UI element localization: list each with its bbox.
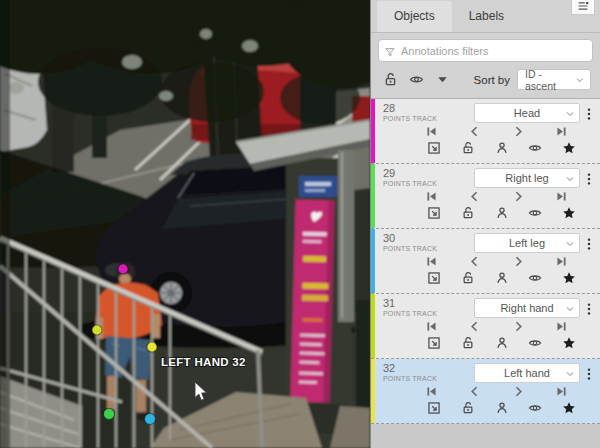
hidden-toggle[interactable] [528,401,542,415]
skip-start-icon [425,190,438,203]
first-keyframe-button[interactable] [425,255,438,268]
last-keyframe-button[interactable] [555,385,568,398]
last-keyframe-button[interactable] [555,125,568,138]
hidden-toggle[interactable] [528,271,542,285]
outside-toggle[interactable] [427,336,441,350]
chevron-left-icon [468,385,481,398]
last-keyframe-button[interactable] [555,190,568,203]
occluded-toggle[interactable] [495,141,509,155]
first-keyframe-button[interactable] [425,190,438,203]
keypoint-head[interactable] [118,264,128,274]
hidden-toggle[interactable] [528,206,542,220]
outside-toggle[interactable] [427,271,441,285]
object-label-select[interactable]: Right hand [474,298,580,318]
lock-toggle[interactable] [461,141,475,155]
outside-toggle[interactable] [427,401,441,415]
object-card-30[interactable]: 30 POINTS TRACK Left leg [371,229,600,294]
annotation-canvas[interactable]: LEFT HAND 32 [0,0,370,448]
first-keyframe-button[interactable] [425,320,438,333]
lock-toggle[interactable] [461,401,475,415]
skip-start-icon [425,385,438,398]
first-keyframe-button[interactable] [425,385,438,398]
object-card-31[interactable]: 31 POINTS TRACK Right hand [371,294,600,359]
sort-select[interactable]: ID - ascent [517,69,591,90]
keypoint-left-leg[interactable] [145,414,156,425]
object-type: POINTS TRACK [383,245,437,252]
keypoint-right-leg[interactable] [104,409,115,420]
chevron-down-icon [564,303,576,315]
outside-toggle[interactable] [427,206,441,220]
lock-toggle[interactable] [461,206,475,220]
next-keyframe-button[interactable] [512,320,525,333]
object-actions-menu[interactable] [581,233,597,255]
list-empty-space [371,424,600,448]
last-keyframe-button[interactable] [555,255,568,268]
next-keyframe-button[interactable] [512,190,525,203]
occluded-toggle[interactable] [495,401,509,415]
object-card-28[interactable]: 28 POINTS TRACK Head [371,99,600,164]
keypoint-right-hand[interactable] [92,325,102,335]
object-id: 32 [383,363,437,375]
object-label-select[interactable]: Left leg [474,233,580,253]
previous-keyframe-button[interactable] [468,385,481,398]
object-actions-menu[interactable] [581,298,597,320]
kebab-menu-icon [582,301,596,317]
object-card-29[interactable]: 29 POINTS TRACK Right leg [371,164,600,229]
keyframe-toggle[interactable] [562,206,576,220]
keypoint-left-hand[interactable] [147,342,157,352]
hide-all-eye-icon[interactable] [409,72,424,87]
object-type: POINTS TRACK [383,375,437,382]
keyframe-toggle[interactable] [562,141,576,155]
tab-objects[interactable]: Objects [377,1,452,32]
object-actions-menu[interactable] [581,103,597,125]
occluded-toggle[interactable] [495,271,509,285]
object-type: POINTS TRACK [383,115,437,122]
tab-labels[interactable]: Labels [452,1,521,32]
occluded-toggle[interactable] [495,206,509,220]
lock-toggle[interactable] [461,336,475,350]
object-label-value: Left leg [509,237,545,249]
filter-funnel-icon [384,46,396,58]
keyframe-toggle[interactable] [562,271,576,285]
keyframe-toggle[interactable] [562,336,576,350]
object-actions-menu[interactable] [581,363,597,385]
object-id: 28 [383,103,437,115]
chevron-down-icon [564,238,576,250]
chevron-right-icon [512,255,525,268]
unlock-icon [461,336,475,350]
lock-toggle[interactable] [461,271,475,285]
chevron-left-icon [468,255,481,268]
last-keyframe-button[interactable] [555,320,568,333]
outside-toggle[interactable] [427,141,441,155]
chevron-right-icon [512,125,525,138]
previous-keyframe-button[interactable] [468,190,481,203]
hidden-toggle[interactable] [528,336,542,350]
occluded-toggle[interactable] [495,336,509,350]
object-id: 29 [383,168,437,180]
kebab-menu-icon [582,366,596,382]
next-keyframe-button[interactable] [512,125,525,138]
object-color-strip [371,229,375,293]
object-label-select[interactable]: Left hand [474,363,580,383]
object-actions-menu[interactable] [581,168,597,190]
sort-select-value: ID - ascent [525,68,574,92]
object-label-select[interactable]: Head [474,103,580,123]
skip-start-icon [425,320,438,333]
first-keyframe-button[interactable] [425,125,438,138]
annotations-filter-input[interactable] [378,39,593,62]
kebab-menu-icon [582,236,596,252]
box-arrow-icon [427,271,441,285]
object-label-select[interactable]: Right leg [474,168,580,188]
next-keyframe-button[interactable] [512,255,525,268]
eye-icon [528,401,542,415]
keyframe-toggle[interactable] [562,401,576,415]
expand-caret-icon[interactable] [435,72,450,87]
object-card-32[interactable]: 32 POINTS TRACK Left hand [371,359,600,424]
lock-all-icon[interactable] [383,72,398,87]
previous-keyframe-button[interactable] [468,320,481,333]
hidden-toggle[interactable] [528,141,542,155]
previous-keyframe-button[interactable] [468,255,481,268]
next-keyframe-button[interactable] [512,385,525,398]
previous-keyframe-button[interactable] [468,125,481,138]
eye-icon [528,206,542,220]
